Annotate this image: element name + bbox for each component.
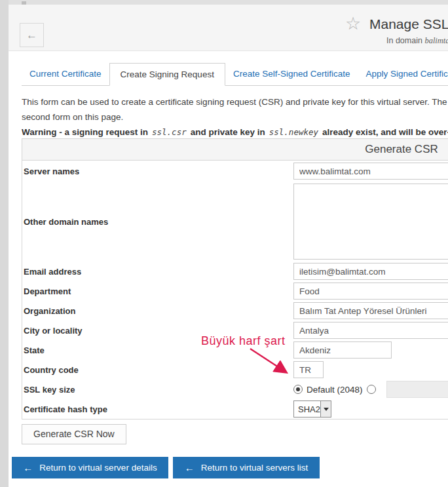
tab-create-self-signed-certificate[interactable]: Create Self-Signed Certificate: [225, 63, 358, 85]
warning-part-3: already exist, and will be over-written …: [322, 127, 448, 137]
panel-title: Generate CSR: [22, 139, 448, 161]
certificate-hash-type-label: Certificate hash type: [22, 404, 293, 414]
email-address-label: Email address: [22, 267, 293, 277]
return-to-virtual-servers-list-button[interactable]: ← Return to virtual servers list: [173, 457, 320, 478]
country-code-input[interactable]: [293, 361, 324, 378]
tab-apply-signed-certificate[interactable]: Apply Signed Certificate: [358, 63, 448, 85]
organization-label: Organization: [22, 306, 293, 316]
warning-file-newkey: ssl.newkey: [269, 127, 318, 137]
left-arrow-icon: ←: [185, 462, 195, 473]
favorite-star-icon[interactable]: ☆: [345, 13, 361, 34]
row-other-domain-names: Other domain names: [22, 182, 448, 262]
key-size-default-label: Default (2048): [307, 385, 363, 395]
row-certificate-hash-type: Certificate hash type SHA2: [22, 399, 448, 419]
row-organization: Organization: [22, 301, 448, 321]
warning-file-csr: ssl.csr: [152, 127, 187, 137]
other-domain-names-label: Other domain names: [22, 217, 293, 227]
back-button[interactable]: ←: [20, 23, 44, 47]
top-window-strip: [9, 0, 448, 5]
return-server-details-label: Return to virtual server details: [39, 463, 157, 473]
row-ssl-key-size: SSL key size Default (2048): [22, 380, 448, 399]
organization-input[interactable]: [293, 302, 448, 319]
key-size-default-radio[interactable]: [293, 385, 303, 394]
state-input[interactable]: [293, 341, 392, 359]
subtitle-prefix: In domain: [386, 36, 422, 45]
server-names-input[interactable]: [293, 163, 448, 180]
page-header: ← ☆ Manage SSL Certificate In domain bal…: [9, 5, 448, 51]
ssl-key-size-label: SSL key size: [22, 385, 293, 395]
select-dropdown-arrow-icon[interactable]: [320, 401, 331, 417]
department-input[interactable]: [293, 282, 448, 300]
server-names-label: Server names: [22, 166, 293, 176]
row-country-code: Country code: [22, 360, 448, 380]
department-label: Department: [22, 286, 293, 296]
domain-name: balimtat.com: [424, 36, 448, 45]
key-size-custom-input[interactable]: [386, 381, 448, 398]
row-department: Department: [22, 281, 448, 301]
hash-type-select[interactable]: SHA2: [293, 400, 331, 418]
return-servers-list-label: Return to virtual servers list: [201, 463, 308, 473]
row-server-names: Server names: [22, 161, 448, 182]
annotation-arrow: [236, 343, 295, 380]
city-or-locality-input[interactable]: [293, 322, 448, 339]
generate-csr-panel: Generate CSR Server names Other domain n…: [22, 138, 448, 419]
tab-bar: Current Certificate Create Signing Reque…: [22, 63, 448, 86]
return-to-virtual-server-details-button[interactable]: ← Return to virtual server details: [12, 457, 168, 478]
page-subtitle: In domain balimtat.com: [386, 36, 448, 46]
page-title: Manage SSL Certificate: [369, 16, 448, 32]
left-arrow-icon: ←: [23, 462, 33, 473]
tab-current-certificate[interactable]: Current Certificate: [22, 63, 109, 85]
warning-line: Warning - a signing request inssl.csrand…: [22, 125, 448, 138]
intro-line-2: second form on this page.: [22, 109, 448, 125]
key-size-custom-radio[interactable]: [367, 385, 376, 394]
intro-line-1: This form can be used to create a certif…: [22, 94, 448, 109]
row-email-address: Email address: [22, 262, 448, 281]
email-address-input[interactable]: [293, 263, 448, 280]
sidebar-edge-strip: [0, 0, 9, 487]
warning-part-1: Warning - a signing request in: [22, 127, 148, 137]
generate-csr-now-button[interactable]: Generate CSR Now: [22, 424, 126, 444]
warning-part-2: and private key in: [191, 127, 265, 137]
other-domain-names-textarea[interactable]: [293, 184, 448, 260]
hash-type-selected-value: SHA2: [294, 404, 320, 414]
tab-create-signing-request[interactable]: Create Signing Request: [109, 63, 225, 86]
intro-text: This form can be used to create a certif…: [22, 94, 448, 138]
